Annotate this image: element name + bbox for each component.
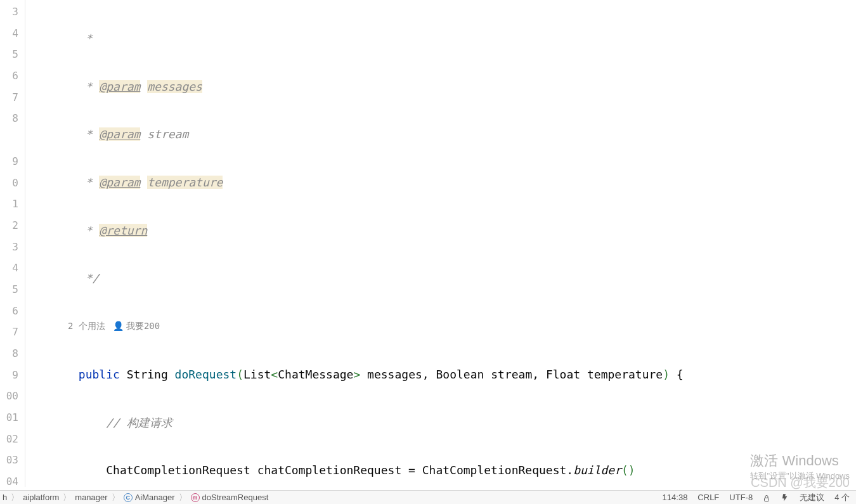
param-messages: messages (367, 368, 422, 381)
breadcrumb-separator-icon: 〉 (63, 492, 71, 503)
type-float: Float (546, 368, 580, 381)
doc-param-name: temperature (147, 176, 223, 189)
method-icon: m (191, 493, 200, 502)
line-number: 8 (0, 108, 25, 129)
code-line[interactable]: public String doRequest(List<ChatMessage… (25, 364, 856, 385)
inspection-icon[interactable] (781, 493, 789, 503)
status-bar: h 〉 aiplatform 〉 manager 〉 C AiManager 〉… (0, 490, 856, 504)
param-stream: stream (491, 368, 532, 381)
code-line[interactable]: * @param stream (25, 124, 856, 145)
line-number: 03 (0, 449, 25, 471)
breadcrumb-item[interactable]: aiplatform (23, 493, 59, 502)
code-line[interactable]: * (25, 28, 856, 49)
cursor-position[interactable]: 114:38 (663, 493, 688, 502)
line-number: 01 (0, 407, 25, 429)
eq: = (408, 463, 415, 477)
cls-ccr: ChatCompletionRequest (422, 463, 567, 477)
doc-param-tag: @param (99, 80, 140, 93)
line-number: 5 (0, 279, 25, 300)
line-number: 1 (0, 193, 25, 215)
inlay-hints[interactable]: 2 个用法👤我要200 (25, 316, 856, 337)
usages-hint[interactable]: 2 个用法 (68, 321, 105, 331)
doc-param-name: stream (147, 127, 188, 141)
line-number: 3 (0, 1, 25, 23)
type-list: List (243, 368, 271, 381)
method-name: doRequest (175, 368, 237, 381)
param-temperature: temperature (587, 368, 663, 381)
method-builder: builder (573, 463, 621, 477)
svg-rect-0 (765, 498, 769, 501)
breadcrumb-class[interactable]: AiManager (135, 493, 175, 502)
type-ccr: ChatCompletionRequest (106, 463, 250, 477)
doc-star: * (86, 32, 93, 45)
line-number: 7 (0, 321, 25, 343)
code-line[interactable]: * @param temperature (25, 172, 856, 193)
class-icon: C (124, 493, 133, 502)
line-number: 7 (0, 87, 25, 108)
code-line[interactable]: // 构建请求 (25, 412, 856, 434)
line-number: 00 (0, 385, 25, 407)
line-number: 6 (0, 300, 25, 322)
line-number: 4 (0, 257, 25, 279)
line-number: 4 (0, 23, 25, 44)
comment-build: // 构建请求 (106, 416, 172, 429)
doc-param-name: messages (147, 80, 202, 93)
type-boolean: Boolean (436, 368, 484, 381)
line-number: 0 (0, 172, 25, 194)
generic-open: < (271, 368, 278, 381)
code-line[interactable]: ChatCompletionRequest chatCompletionRequ… (25, 460, 856, 481)
kw-public: public (79, 368, 120, 381)
type-string: String (127, 368, 168, 381)
author-icon: 👤 (113, 321, 124, 331)
suggestions[interactable]: 无建议 (800, 492, 824, 503)
code-line[interactable]: * @return (25, 220, 856, 242)
line-number: 9 (0, 365, 25, 386)
breadcrumb-method[interactable]: doStreamRequest (202, 493, 269, 502)
line-number: 04 (0, 471, 25, 487)
line-number: 8 (0, 343, 25, 365)
breadcrumb-separator-icon: 〉 (112, 492, 120, 503)
breadcrumb[interactable]: h 〉 aiplatform 〉 manager 〉 C AiManager 〉… (0, 492, 663, 503)
readonly-icon[interactable] (763, 493, 770, 502)
breadcrumb-item[interactable]: manager (75, 493, 107, 502)
doc-param-tag: @param (99, 176, 140, 189)
code-line[interactable]: * @param messages (25, 76, 856, 98)
indent-size[interactable]: 4 个 (834, 492, 850, 503)
line-number: 3 (0, 236, 25, 258)
line-separator[interactable]: CRLF (697, 493, 719, 502)
breadcrumb-item[interactable]: h (3, 493, 7, 502)
line-number: 02 (0, 429, 25, 450)
line-number-gutter: 3 4 5 6 7 8 9 0 1 2 3 4 5 6 7 8 9 00 01 … (0, 0, 25, 487)
type-chatmessage: ChatMessage (278, 368, 353, 381)
code-area[interactable]: * * @param messages * @param stream * @p… (25, 0, 856, 487)
line-number (0, 129, 25, 151)
var-ccr: chatCompletionRequest (257, 463, 402, 477)
line-number: 5 (0, 44, 25, 65)
line-number: 6 (0, 65, 25, 87)
file-encoding[interactable]: UTF-8 (729, 493, 753, 502)
doc-param-tag: @param (99, 127, 140, 141)
doc-close: */ (86, 271, 100, 285)
code-line[interactable]: */ (25, 268, 856, 289)
editor-container: 3 4 5 6 7 8 9 0 1 2 3 4 5 6 7 8 9 00 01 … (0, 0, 856, 487)
author-hint[interactable]: 我要200 (126, 321, 160, 331)
line-number: 9 (0, 151, 25, 172)
breadcrumb-separator-icon: 〉 (179, 492, 187, 503)
breadcrumb-separator-icon: 〉 (11, 492, 19, 503)
generic-close: > (353, 368, 360, 381)
line-number: 2 (0, 215, 25, 236)
status-right: 114:38 CRLF UTF-8 无建议 4 个 (663, 492, 856, 503)
doc-return-tag: @return (99, 224, 147, 237)
